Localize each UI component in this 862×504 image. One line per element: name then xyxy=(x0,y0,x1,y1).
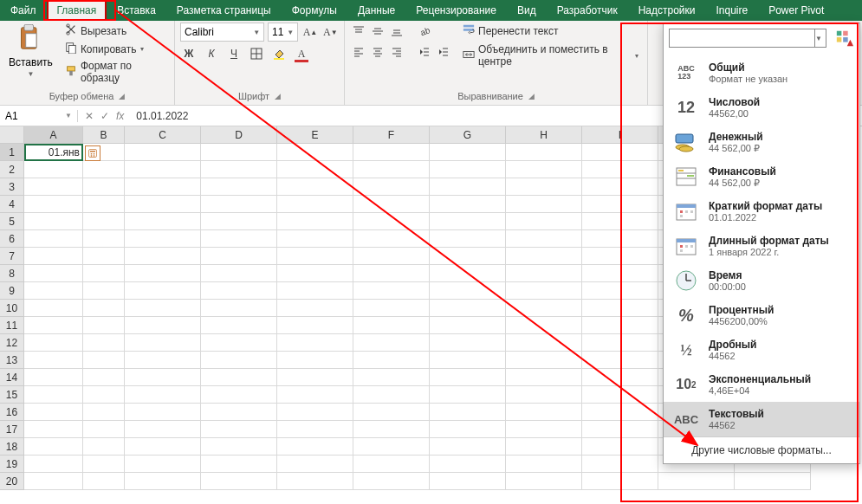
font-color-button[interactable]: A xyxy=(293,45,310,62)
tab-view[interactable]: Вид xyxy=(507,0,547,21)
cell[interactable] xyxy=(277,213,353,230)
cell[interactable] xyxy=(735,473,811,490)
cell[interactable] xyxy=(353,352,430,369)
cell[interactable] xyxy=(430,248,506,265)
cell[interactable] xyxy=(201,473,277,490)
cell[interactable] xyxy=(201,265,277,282)
conditional-formatting-icon[interactable] xyxy=(835,29,854,50)
cell[interactable] xyxy=(353,473,430,490)
cell[interactable] xyxy=(582,213,658,230)
cell[interactable] xyxy=(430,334,506,352)
cell[interactable] xyxy=(83,369,125,386)
cell[interactable] xyxy=(658,473,735,490)
cell[interactable] xyxy=(430,178,506,196)
shrink-font-button[interactable]: A▼ xyxy=(322,23,339,41)
number-format-long_date[interactable]: Длинный формат даты1 января 2022 г. xyxy=(664,229,859,263)
cell[interactable] xyxy=(353,334,430,352)
cell[interactable] xyxy=(430,456,506,473)
cell[interactable] xyxy=(201,386,277,404)
cell[interactable] xyxy=(201,230,277,248)
cell[interactable] xyxy=(24,178,83,196)
cell[interactable] xyxy=(506,317,582,334)
cell[interactable] xyxy=(430,300,506,317)
cell[interactable] xyxy=(430,386,506,404)
cell[interactable] xyxy=(353,300,430,317)
column-header-C[interactable]: C xyxy=(125,126,201,144)
number-format-combo[interactable]: ▼ xyxy=(669,29,826,48)
number-format-number[interactable]: 12Числовой44562,00 xyxy=(664,90,859,125)
decrease-indent-button[interactable] xyxy=(416,43,433,61)
row-header[interactable]: 6 xyxy=(0,230,24,248)
tab-file[interactable]: Файл xyxy=(0,0,47,21)
row-header[interactable]: 19 xyxy=(0,456,24,473)
cell[interactable] xyxy=(83,456,125,473)
cell[interactable] xyxy=(430,421,506,438)
number-format-fraction[interactable]: ½Дробный44562 xyxy=(664,333,859,367)
cell[interactable] xyxy=(506,282,582,300)
number-format-time[interactable]: Время00:00:00 xyxy=(664,263,859,298)
row-header[interactable]: 9 xyxy=(0,282,24,300)
cell[interactable] xyxy=(83,421,125,438)
cell[interactable] xyxy=(125,386,201,404)
cell[interactable] xyxy=(277,248,353,265)
cell[interactable] xyxy=(201,178,277,196)
bold-button[interactable]: Ж xyxy=(180,45,198,62)
cell[interactable]: 01.янв xyxy=(24,144,83,161)
grow-font-button[interactable]: A▲ xyxy=(301,23,318,41)
cell[interactable] xyxy=(277,369,353,386)
cell[interactable] xyxy=(277,386,353,404)
italic-button[interactable]: К xyxy=(203,45,220,62)
cell[interactable] xyxy=(24,265,83,282)
dialog-launcher-icon[interactable]: ◢ xyxy=(528,92,535,100)
cell[interactable] xyxy=(430,196,506,213)
tab-addins[interactable]: Надстройки xyxy=(628,0,706,21)
cell[interactable] xyxy=(277,438,353,456)
cell[interactable] xyxy=(201,248,277,265)
cell[interactable] xyxy=(582,473,658,490)
cell[interactable] xyxy=(83,282,125,300)
cell[interactable] xyxy=(582,369,658,386)
cell[interactable] xyxy=(582,334,658,352)
cell[interactable] xyxy=(506,265,582,282)
cell[interactable] xyxy=(125,421,201,438)
cell[interactable] xyxy=(582,161,658,178)
align-right-button[interactable] xyxy=(388,43,405,61)
cell[interactable] xyxy=(506,421,582,438)
tab-data[interactable]: Данные xyxy=(347,0,405,21)
row-header[interactable]: 13 xyxy=(0,352,24,369)
tab-layout[interactable]: Разметка страницы xyxy=(166,0,282,21)
cell[interactable] xyxy=(430,161,506,178)
cell[interactable] xyxy=(353,230,430,248)
align-bottom-button[interactable] xyxy=(388,23,405,40)
cell[interactable] xyxy=(582,230,658,248)
underline-button[interactable]: Ч xyxy=(225,45,243,62)
cell[interactable] xyxy=(277,421,353,438)
cell[interactable] xyxy=(582,404,658,421)
column-header-E[interactable]: E xyxy=(277,126,353,144)
more-number-formats[interactable]: Другие числовые форматы... xyxy=(664,436,859,463)
cell[interactable] xyxy=(582,282,658,300)
cell[interactable] xyxy=(201,196,277,213)
cell[interactable] xyxy=(24,421,83,438)
cell[interactable] xyxy=(353,248,430,265)
row-header[interactable]: 8 xyxy=(0,265,24,282)
cell[interactable] xyxy=(201,334,277,352)
cell[interactable] xyxy=(430,230,506,248)
cell[interactable] xyxy=(506,438,582,456)
cell[interactable] xyxy=(582,178,658,196)
cell[interactable] xyxy=(83,161,125,178)
cell[interactable] xyxy=(83,317,125,334)
cell[interactable] xyxy=(506,248,582,265)
cell[interactable] xyxy=(201,369,277,386)
cell[interactable] xyxy=(353,317,430,334)
enter-icon[interactable]: ✓ xyxy=(100,110,109,122)
row-header[interactable]: 14 xyxy=(0,369,24,386)
cell[interactable] xyxy=(430,404,506,421)
cell[interactable] xyxy=(277,473,353,490)
number-format-percent[interactable]: %Процентный4456200,00% xyxy=(664,298,859,333)
cell[interactable] xyxy=(125,265,201,282)
paste-button[interactable]: Вставить ▼ xyxy=(5,23,56,85)
tab-review[interactable]: Рецензирование xyxy=(405,0,507,21)
format-painter-button[interactable]: Формат по образцу xyxy=(62,59,169,85)
cell[interactable] xyxy=(201,161,277,178)
